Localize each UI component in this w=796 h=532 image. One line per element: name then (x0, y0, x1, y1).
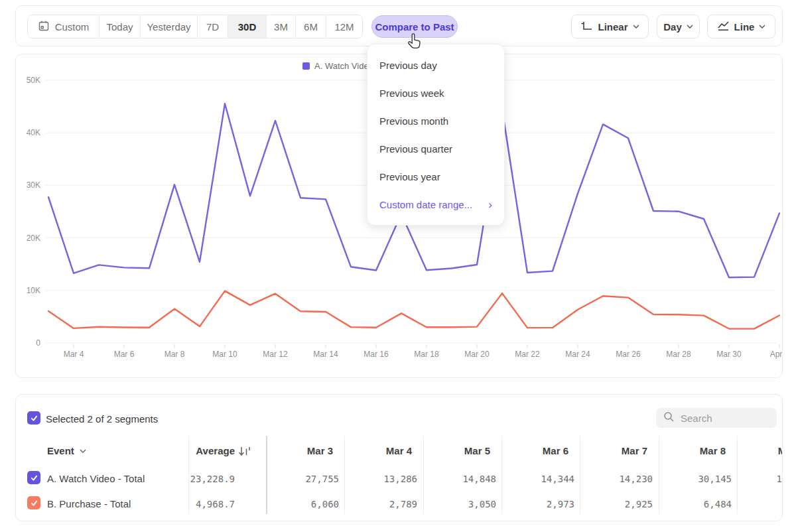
menu-item-previous-day[interactable]: Previous day (367, 51, 504, 79)
chevron-right-icon: › (488, 199, 492, 210)
x-axis-label: Mar 8 (165, 350, 185, 359)
sort-descending-icon[interactable] (239, 446, 252, 459)
analytics-page: Custom Today Yesterday 7D 30D 3M 6M 12M … (0, 0, 796, 532)
row-average: 4,968.7 (162, 499, 235, 509)
row-value: 3,142 (737, 499, 783, 509)
preset-7d[interactable]: 7D (198, 15, 228, 38)
compare-to-past-menu: Previous day Previous week Previous mont… (367, 44, 505, 226)
preset-custom[interactable]: Custom (28, 15, 100, 38)
x-axis-label: Mar 18 (414, 350, 439, 359)
compare-to-past-button[interactable]: Compare to Past (371, 15, 458, 38)
row-value: 30,145 (659, 474, 732, 484)
row-value: 27,755 (266, 474, 339, 484)
y-axis-label: 50K (27, 76, 40, 85)
granularity-dropdown-button[interactable]: Day (657, 15, 700, 38)
row-checkbox-purchase[interactable] (27, 496, 40, 509)
x-axis-label: Mar 30 (716, 350, 742, 359)
line-chart-icon (717, 21, 730, 33)
date-column-header: Mar 4 (339, 445, 412, 456)
row-value: 6,060 (266, 499, 339, 509)
x-axis-label: Apr 1 (770, 350, 782, 359)
date-column-header: Mar 8 (653, 445, 726, 456)
chart-type-dropdown-button[interactable]: Line (707, 15, 775, 38)
preset-30d[interactable]: 30D (228, 15, 267, 38)
axis-scale-icon (580, 21, 593, 33)
series-a-swatch (302, 62, 310, 70)
search-input[interactable] (681, 413, 767, 424)
preset-label: Custom (55, 21, 90, 33)
x-axis-label: Mar 10 (212, 350, 237, 359)
x-axis-label: Mar 26 (616, 350, 641, 359)
row-value: 2,973 (501, 499, 574, 509)
preset-6m[interactable]: 6M (296, 15, 326, 38)
menu-item-previous-week[interactable]: Previous week (367, 79, 504, 107)
series-line-b[interactable] (48, 291, 779, 329)
row-value: 3,050 (423, 499, 496, 509)
date-column-header: Mar 9 (731, 445, 783, 456)
preset-today[interactable]: Today (100, 15, 141, 38)
date-column-header: Mar 7 (574, 445, 647, 456)
chevron-down-icon (633, 25, 639, 29)
date-column-header: Mar 3 (260, 445, 333, 456)
date-column-header: Mar 5 (417, 445, 490, 456)
preset-3m[interactable]: 3M (267, 15, 296, 38)
toolbar: Custom Today Yesterday 7D 30D 3M 6M 12M … (15, 5, 783, 46)
chevron-down-icon (80, 449, 86, 453)
x-axis-label: Mar 28 (666, 350, 691, 359)
row-value: 14,230 (580, 474, 653, 484)
x-axis-label: Mar 12 (263, 350, 288, 359)
preset-yesterday[interactable]: Yesterday (141, 15, 198, 38)
chevron-down-icon (687, 25, 693, 29)
selected-segments-label: Selected 2 of 2 segments (46, 413, 158, 425)
x-axis-label: Mar 22 (515, 350, 540, 359)
row-value: 14,848 (423, 474, 496, 484)
scale-dropdown-button[interactable]: Linear (571, 15, 649, 38)
chevron-down-icon (759, 25, 765, 29)
x-axis-label: Mar 6 (114, 350, 135, 359)
event-column-header[interactable]: Event (47, 445, 86, 456)
row-checkbox-watch-video[interactable] (27, 471, 40, 484)
row-value: 13,286 (344, 474, 417, 484)
preset-12m[interactable]: 12M (326, 15, 362, 38)
x-axis-label: Mar 16 (364, 350, 389, 359)
y-axis-label: 10K (27, 286, 40, 295)
row-value: 15,433 (737, 474, 783, 484)
segments-table-panel: Selected 2 of 2 segments Event Average (15, 394, 783, 521)
menu-item-previous-quarter[interactable]: Previous quarter (367, 135, 504, 163)
x-axis-label: Mar 20 (464, 350, 490, 359)
row-label: B. Purchase - Total (47, 498, 131, 509)
menu-item-custom-date-range[interactable]: Custom date range... › (367, 190, 504, 218)
y-axis-label: 30K (27, 180, 40, 190)
legend-item-watch-video[interactable]: A. Watch Video (302, 61, 373, 71)
y-axis-label: 20K (27, 233, 40, 243)
row-value: 14,344 (501, 474, 574, 484)
x-axis-label: Mar 24 (565, 350, 590, 359)
row-label: A. Watch Video - Total (47, 473, 145, 484)
y-axis-label: 40K (27, 128, 40, 137)
row-value: 6,484 (659, 499, 732, 509)
date-column-header: Mar 6 (496, 445, 568, 456)
x-axis-label: Mar 14 (313, 350, 338, 359)
menu-item-previous-month[interactable]: Previous month (367, 107, 504, 135)
date-range-segmented-control: Custom Today Yesterday 7D 30D 3M 6M 12M (27, 15, 363, 38)
calendar-icon (38, 20, 50, 34)
select-all-checkbox[interactable] (27, 411, 40, 425)
average-column-header[interactable]: Average (162, 445, 235, 456)
y-axis-label: 0 (36, 338, 40, 348)
menu-item-previous-year[interactable]: Previous year (367, 163, 504, 190)
search-box[interactable] (656, 408, 777, 428)
row-value: 2,789 (344, 499, 417, 509)
search-icon (663, 411, 675, 425)
row-value: 2,925 (580, 499, 653, 509)
row-average: 23,228.9 (162, 474, 235, 484)
x-axis-label: Mar 4 (64, 350, 84, 359)
